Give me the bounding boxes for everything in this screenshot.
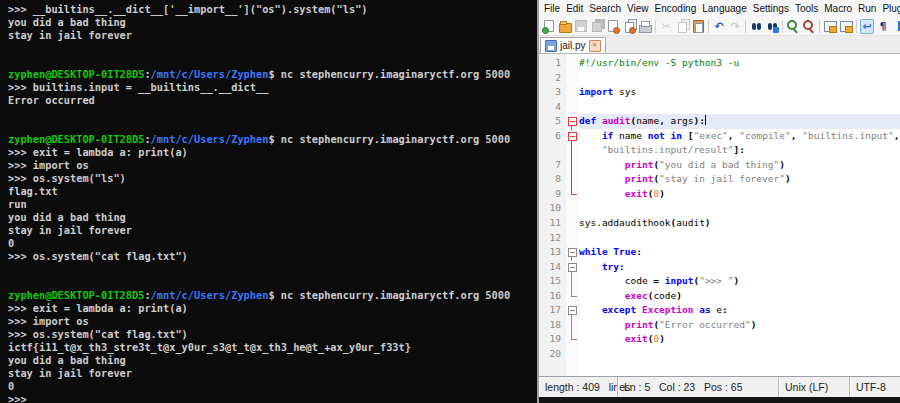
code-line[interactable]: 20 (539, 347, 900, 362)
menu-encoding[interactable]: Encoding (652, 2, 700, 15)
menu-settings[interactable]: Settings (750, 2, 792, 15)
paste-icon[interactable] (691, 19, 705, 34)
terminal-text: >>> os.system("cat flag.txt") (8, 250, 188, 262)
fold-margin (566, 231, 579, 246)
code-text (579, 71, 900, 86)
redo-icon[interactable]: ↷ (728, 19, 742, 34)
menu-file[interactable]: File (541, 2, 563, 15)
terminal-line: ictf{i11_t@x_th3_stre3t_t@x_y0ur_s3@t_t@… (8, 341, 537, 354)
find-icon[interactable] (749, 19, 763, 34)
code-text (579, 231, 900, 246)
code-line[interactable]: 19 exit(0) (539, 332, 900, 347)
code-line[interactable]: 18 print("Error occurred") (539, 318, 900, 333)
line-number: 5 (539, 114, 566, 129)
fold-collapse-icon[interactable] (566, 129, 579, 144)
code-line[interactable]: 14 try: (539, 260, 900, 275)
line-number: 13 (539, 245, 566, 260)
code-line[interactable]: 3import sys (539, 85, 900, 100)
terminal-text: zyphen@DESKTOP-0IT28D5 (8, 68, 144, 80)
fold-collapse-icon[interactable] (566, 260, 579, 275)
zoom-out-icon[interactable] (802, 19, 816, 34)
save-icon[interactable] (574, 19, 588, 34)
line-number: 1 (539, 56, 566, 71)
terminal-text: $ nc stephencurry.imaginaryctf.org 5000 (268, 68, 510, 80)
line-number: 16 (539, 289, 566, 304)
replace-icon[interactable] (765, 19, 779, 34)
code-text: print("Error occurred") (579, 318, 900, 333)
code-line[interactable]: 9 exit(0) (539, 187, 900, 202)
terminal-line: stay in jail forever (8, 367, 537, 380)
code-text: exit(0) (579, 332, 900, 347)
code-line[interactable]: 7 print("you did a bad thing") (539, 158, 900, 173)
open-file-icon[interactable] (558, 19, 572, 34)
sync-horizontal-icon[interactable] (839, 19, 853, 34)
terminal-line: stay in jail forever (8, 29, 537, 42)
terminal-line: >>> os.system("ls") (8, 172, 537, 185)
terminal-text: /mnt/c/Users/Zyphen (151, 133, 269, 145)
menu-tools[interactable]: Tools (792, 2, 821, 15)
terminal-line: you did a bad thing (8, 16, 537, 29)
menu-search[interactable]: Search (586, 2, 624, 15)
fold-margin (566, 100, 579, 115)
word-wrap-icon[interactable] (860, 19, 874, 34)
new-file-icon[interactable] (542, 19, 556, 34)
code-line[interactable]: 2 (539, 71, 900, 86)
terminal-pane[interactable]: >>> __builtins__.__dict__['__import__'](… (0, 0, 537, 403)
code-line[interactable]: 13while True: (539, 245, 900, 260)
zoom-in-icon[interactable] (786, 19, 800, 34)
code-line[interactable]: "builtins.input/result"]: (539, 143, 900, 158)
fold-margin (566, 143, 579, 158)
menu-view[interactable]: View (624, 2, 652, 15)
undo-icon[interactable]: ↶ (712, 19, 726, 34)
code-line[interactable]: 15 code = input(">>> ") (539, 274, 900, 289)
sync-vertical-icon[interactable] (823, 19, 837, 34)
line-number: 18 (539, 318, 566, 333)
menu-edit[interactable]: Edit (563, 2, 586, 15)
terminal-text: >>> os.system("cat flag.txt") (8, 328, 188, 340)
cut-icon[interactable]: ✂ (659, 19, 673, 34)
code-line[interactable]: 1#!/usr/bin/env -S python3 -u (539, 56, 900, 71)
fold-collapse-icon[interactable] (566, 245, 579, 260)
save-all-icon[interactable] (590, 19, 604, 34)
fold-collapse-icon[interactable] (566, 303, 579, 318)
code-line[interactable]: 6 if name not in ["exec", "compile", "bu… (539, 129, 900, 144)
terminal-line: >>> builtins.input = __builtins__.__dict… (8, 81, 537, 94)
terminal-line (8, 276, 537, 289)
status-eol-format: Unix (LF) (778, 377, 849, 397)
menu-language[interactable]: Language (699, 2, 750, 15)
terminal-text: >>> builtins.input = __builtins__.__dict… (8, 81, 268, 93)
close-all-icon[interactable] (622, 19, 636, 34)
code-text: while True: (579, 245, 900, 260)
menu-plugins[interactable]: Plugins (879, 2, 900, 15)
line-number: 9 (539, 187, 566, 202)
indent-guide-icon[interactable] (892, 19, 900, 34)
code-line[interactable]: 16 exec(code) (539, 289, 900, 304)
code-line[interactable]: 4 (539, 100, 900, 115)
code-line[interactable]: 8 print("stay in jail forever") (539, 172, 900, 187)
menu-run[interactable]: Run (855, 2, 879, 15)
tab-jail-py[interactable]: jail.py × (540, 37, 606, 53)
code-line[interactable]: 10 (539, 201, 900, 216)
code-line[interactable]: 12 (539, 231, 900, 246)
close-icon[interactable] (606, 19, 620, 34)
code-text: print("you did a bad thing") (579, 158, 900, 173)
terminal-line: run (8, 198, 537, 211)
code-line[interactable]: 17 except Exception as e: (539, 303, 900, 318)
code-line[interactable]: 5def audit(name, args): (539, 114, 900, 129)
status-cursor-position: Ln : 5 Col : 23 Pos : 65 (617, 377, 778, 397)
code-line[interactable]: 11sys.addaudithook(audit) (539, 216, 900, 231)
fold-collapse-icon[interactable] (566, 114, 579, 129)
show-all-chars-icon[interactable]: ¶ (876, 19, 890, 34)
tab-close-icon[interactable]: × (589, 40, 601, 52)
toolbar-separator (745, 20, 746, 33)
menu-macro[interactable]: Macro (821, 2, 855, 15)
code-text (579, 100, 900, 115)
line-number: 2 (539, 71, 566, 86)
print-icon[interactable] (638, 19, 652, 34)
terminal-line: >>> import os (8, 159, 537, 172)
terminal-line: zyphen@DESKTOP-0IT28D5:/mnt/c/Users/Zyph… (8, 68, 537, 81)
copy-icon[interactable] (675, 19, 689, 34)
screen: >>> __builtins__.__dict__['__import__'](… (0, 0, 900, 403)
status-doc-length: length : 409 lines (539, 377, 617, 397)
code-editor[interactable]: 1#!/usr/bin/env -S python3 -u23import sy… (539, 54, 900, 376)
